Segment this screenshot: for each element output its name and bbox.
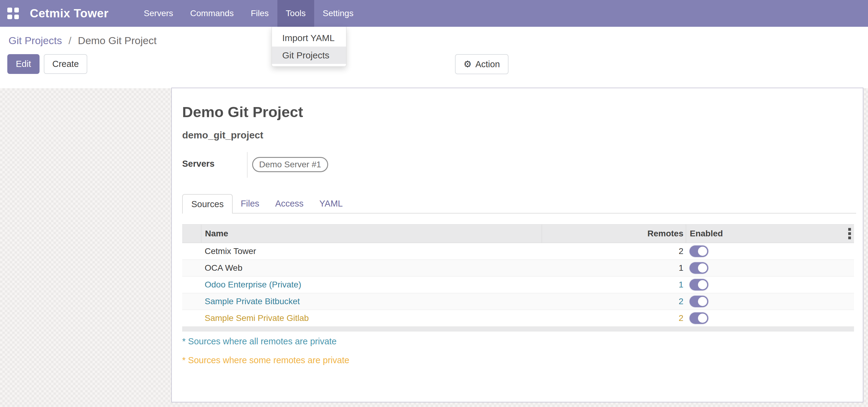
sources-table: Name Remotes Enabled Cetmix Tower 2 OCA … xyxy=(182,224,854,332)
edit-button[interactable]: Edit xyxy=(7,54,39,74)
toggle-knob xyxy=(698,280,707,289)
record-buttons: Edit Create xyxy=(7,54,87,74)
source-name: Sample Private Bitbucket xyxy=(201,293,542,310)
record-technical-name: demo_git_project xyxy=(182,130,264,141)
header-enabled-label: Enabled xyxy=(690,229,723,239)
breadcrumb-separator: / xyxy=(68,35,71,46)
top-navbar: Cetmix Tower Servers Commands Files Tool… xyxy=(0,0,868,27)
nav-item-tools[interactable]: Tools xyxy=(277,0,314,27)
gear-icon: ⚙︎ xyxy=(464,60,472,69)
control-panel: Git Projects / Demo Git Project Edit Cre… xyxy=(0,27,868,88)
enabled-toggle[interactable] xyxy=(689,246,708,257)
field-separator xyxy=(247,152,248,178)
action-button[interactable]: ⚙︎ Action xyxy=(455,54,508,74)
legend-some-private[interactable]: * Sources where some remotes are private xyxy=(182,355,349,365)
enabled-toggle[interactable] xyxy=(689,296,708,307)
header-cell-empty xyxy=(182,224,201,243)
toggle-knob xyxy=(698,297,707,306)
servers-field: Servers Demo Server #1 xyxy=(182,152,456,178)
header-cell-enabled[interactable]: Enabled xyxy=(686,224,854,243)
enabled-toggle[interactable] xyxy=(689,262,708,274)
remotes-count: 1 xyxy=(542,277,686,293)
toggle-knob xyxy=(698,247,707,256)
nav-item-commands[interactable]: Commands xyxy=(182,0,242,27)
form-sheet: Demo Git Project demo_git_project Server… xyxy=(171,88,863,402)
tab-yaml[interactable]: YAML xyxy=(311,194,351,213)
toggle-knob xyxy=(698,263,707,273)
breadcrumb-parent-link[interactable]: Git Projects xyxy=(8,35,62,46)
nav-item-settings[interactable]: Settings xyxy=(314,0,362,27)
create-button[interactable]: Create xyxy=(44,54,87,74)
tab-access[interactable]: Access xyxy=(267,194,311,213)
header-cell-remotes[interactable]: Remotes xyxy=(542,224,686,243)
remotes-count: 1 xyxy=(542,260,686,276)
tab-sources[interactable]: Sources xyxy=(182,194,232,214)
brand-title[interactable]: Cetmix Tower xyxy=(30,7,108,20)
nav-item-servers[interactable]: Servers xyxy=(135,0,182,27)
server-tag[interactable]: Demo Server #1 xyxy=(252,157,328,172)
nav-item-files[interactable]: Files xyxy=(242,0,277,27)
table-row[interactable]: Cetmix Tower 2 xyxy=(182,243,854,260)
enabled-toggle[interactable] xyxy=(689,312,708,324)
table-footer-strip xyxy=(182,327,854,332)
source-name: OCA Web xyxy=(201,260,542,276)
navbar-menu: Servers Commands Files Tools Settings xyxy=(135,0,362,27)
table-header-row: Name Remotes Enabled xyxy=(182,224,854,243)
breadcrumb-current: Demo Git Project xyxy=(78,35,157,46)
tools-dropdown-menu: Import YAML Git Projects xyxy=(272,27,346,67)
table-row[interactable]: Sample Private Bitbucket 2 xyxy=(182,293,854,310)
tab-files[interactable]: Files xyxy=(232,194,267,213)
remotes-count: 2 xyxy=(542,243,686,259)
content-background: Demo Git Project demo_git_project Server… xyxy=(0,88,868,407)
menu-item-import-yaml[interactable]: Import YAML xyxy=(272,29,346,46)
apps-grid-icon[interactable] xyxy=(7,8,19,19)
source-name: Sample Semi Private Gitlab xyxy=(201,310,542,326)
table-row[interactable]: Sample Semi Private Gitlab 2 xyxy=(182,310,854,327)
table-row[interactable]: OCA Web 1 xyxy=(182,260,854,277)
servers-field-label: Servers xyxy=(182,159,214,169)
menu-item-git-projects[interactable]: Git Projects xyxy=(272,46,346,64)
remotes-count: 2 xyxy=(542,293,686,310)
source-name: Cetmix Tower xyxy=(201,243,542,259)
notebook-tabs: Sources Files Access YAML xyxy=(182,194,856,214)
remotes-count: 2 xyxy=(542,310,686,326)
header-cell-name[interactable]: Name xyxy=(201,224,542,243)
source-name: Odoo Enterprise (Private) xyxy=(201,277,542,293)
toggle-knob xyxy=(698,314,707,323)
optional-columns-icon[interactable] xyxy=(848,228,851,240)
legend-all-private[interactable]: * Sources where all remotes are private xyxy=(182,337,337,346)
table-row[interactable]: Odoo Enterprise (Private) 1 xyxy=(182,277,854,293)
breadcrumb: Git Projects / Demo Git Project xyxy=(8,35,157,46)
record-title: Demo Git Project xyxy=(182,103,303,121)
action-button-label: Action xyxy=(475,60,500,69)
enabled-toggle[interactable] xyxy=(689,279,708,290)
